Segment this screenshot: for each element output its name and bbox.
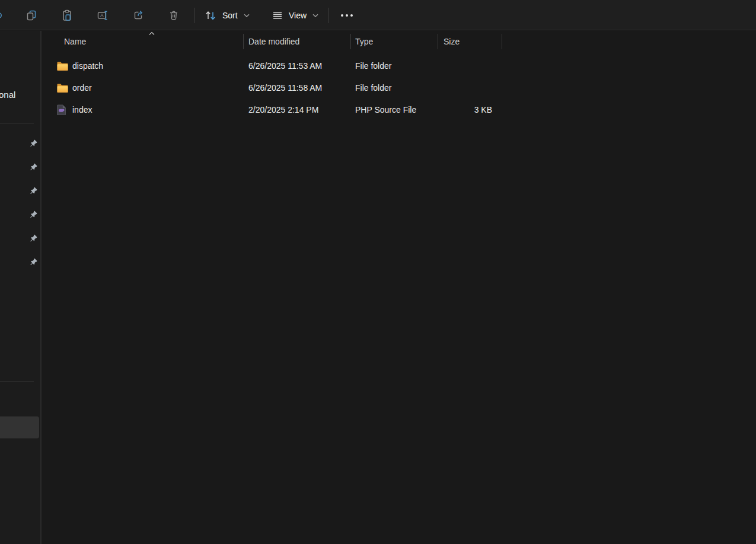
copy-icon xyxy=(25,9,37,21)
file-explorer-window: { "toolbar": { "icon_buttons": [ { "name… xyxy=(0,0,756,544)
rename-icon: A xyxy=(97,9,109,21)
sort-label: Sort xyxy=(222,11,238,20)
pin-icon xyxy=(29,258,37,266)
file-type: PHP Source File xyxy=(351,105,438,114)
file-icon xyxy=(57,104,69,115)
pin-icon xyxy=(29,139,37,148)
file-date-modified: 2/20/2025 2:14 PM xyxy=(244,105,351,114)
view-button[interactable]: View xyxy=(266,4,325,27)
file-date-modified: 6/26/2025 11:53 AM xyxy=(244,61,351,71)
view-icon xyxy=(272,9,283,21)
file-size: 3 KB xyxy=(438,105,502,114)
sidebar-pinned-item[interactable] xyxy=(0,179,40,203)
toolbar-separator xyxy=(194,8,194,23)
folder-icon xyxy=(57,61,69,71)
file-row[interactable]: index 2/20/2025 2:14 PM PHP Source File … xyxy=(42,98,756,120)
pin-icon xyxy=(29,211,37,219)
column-headers: Name Date modified Type Size xyxy=(42,31,502,52)
folder-icon xyxy=(57,82,69,93)
file-name: dispatch xyxy=(72,61,103,71)
sidebar-pinned-item[interactable] xyxy=(0,203,40,227)
sidebar-item-selected[interactable] xyxy=(0,416,39,438)
svg-text:A: A xyxy=(100,12,104,18)
php-file-icon xyxy=(57,104,66,115)
delete-icon xyxy=(168,9,180,21)
share-button[interactable] xyxy=(126,4,150,27)
file-type: File folder xyxy=(351,61,438,71)
sidebar-divider xyxy=(0,123,34,123)
file-name: order xyxy=(72,83,92,93)
file-type: File folder xyxy=(351,83,438,93)
file-rows: dispatch 6/26/2025 11:53 AM File folder xyxy=(42,55,756,120)
sidebar-divider xyxy=(0,381,34,381)
column-header-date-modified[interactable]: Date modified xyxy=(244,31,351,52)
command-bar: A Sort View xyxy=(0,0,756,30)
chevron-down-icon xyxy=(243,13,250,18)
column-header-type[interactable]: Type xyxy=(351,31,438,52)
file-list-pane: Name Date modified Type Size xyxy=(42,31,756,544)
copy-button[interactable] xyxy=(20,4,43,27)
pinned-items xyxy=(0,132,40,274)
file-row[interactable]: order 6/26/2025 11:58 AM File folder xyxy=(42,77,756,98)
file-icon xyxy=(57,82,69,93)
file-icon xyxy=(57,61,69,71)
navigation-pane: onal xyxy=(0,31,40,544)
file-date-modified: 6/26/2025 11:58 AM xyxy=(244,83,351,93)
column-header-size[interactable]: Size xyxy=(438,31,502,52)
delete-button[interactable] xyxy=(162,4,186,27)
sidebar-pinned-item[interactable] xyxy=(0,227,40,250)
file-name: index xyxy=(72,105,92,114)
chevron-down-icon xyxy=(312,13,319,18)
sort-button[interactable]: Sort xyxy=(198,4,256,27)
paste-icon xyxy=(61,9,73,21)
sidebar-pinned-item[interactable] xyxy=(0,132,40,155)
rename-button[interactable]: A xyxy=(91,4,114,27)
share-icon xyxy=(132,9,144,21)
cut-icon[interactable] xyxy=(0,9,4,22)
view-label: View xyxy=(289,11,307,20)
sort-icon xyxy=(204,9,217,21)
pin-icon xyxy=(29,163,37,171)
paste-button[interactable] xyxy=(55,4,79,27)
pin-icon xyxy=(29,187,37,195)
sidebar-item-truncated[interactable]: onal xyxy=(0,90,15,100)
pin-icon xyxy=(29,234,37,243)
more-options-button[interactable] xyxy=(335,4,359,27)
sidebar-pinned-item[interactable] xyxy=(0,250,40,274)
toolbar-separator xyxy=(328,8,328,23)
sidebar-pinned-item[interactable] xyxy=(0,155,40,179)
file-row[interactable]: dispatch 6/26/2025 11:53 AM File folder xyxy=(42,55,756,77)
column-header-name[interactable]: Name xyxy=(42,31,244,52)
more-options-icon xyxy=(339,9,355,21)
